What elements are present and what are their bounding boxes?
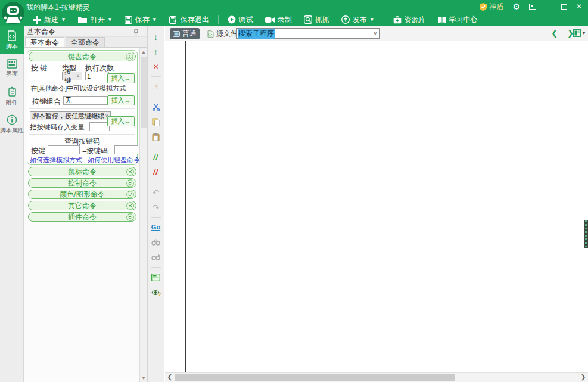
collapse-icon[interactable]	[126, 53, 133, 63]
tab-normal-view[interactable]: 普通	[170, 28, 200, 39]
goto-line-icon[interactable]: Go	[151, 222, 160, 232]
uncomment-icon[interactable]: //	[153, 167, 158, 177]
capture-button[interactable]: 抓抓	[299, 13, 334, 26]
query-code-label: =按键码	[82, 146, 108, 156]
find-next-icon[interactable]	[151, 252, 160, 262]
keyboard-section-header[interactable]: 键盘命令	[29, 52, 136, 61]
horizontal-scrollbar[interactable]: ❮ ❯	[165, 372, 588, 382]
layout-switch-button[interactable]: ▼	[573, 29, 586, 37]
delete-line-icon[interactable]: ✕	[153, 61, 158, 72]
tab-all-commands[interactable]: 全部命令	[66, 37, 105, 47]
learning-center-button[interactable]: 学习中心	[433, 13, 483, 26]
app-logo-icon	[1, 1, 25, 25]
count-input[interactable]	[85, 72, 109, 80]
new-button[interactable]: 新建▼	[29, 13, 71, 26]
section-mouse-commands[interactable]: 鼠标命令	[28, 167, 136, 176]
view-eye-icon[interactable]: ?	[151, 287, 161, 297]
subroutine-search-combobox[interactable]: 搜索子程序 ∨	[236, 28, 380, 39]
floppy-exit-icon	[169, 16, 178, 24]
caret-icon: ▼	[61, 17, 66, 23]
save-exit-button[interactable]: 保存退出	[164, 13, 214, 26]
title-bar: 我的脚本1-按键精灵 神盾 ⚙ — ✕ 新建▼	[0, 0, 588, 26]
sidebar-item-label: 界面	[6, 70, 18, 78]
tab-basic-commands[interactable]: 基本命令	[25, 37, 64, 47]
toolbar-divider	[218, 15, 219, 24]
sidebar-item-script[interactable]: 脚本	[0, 26, 24, 54]
move-up-icon[interactable]: ↑	[154, 46, 158, 57]
attachment-icon	[7, 86, 17, 97]
caret-icon: ▼	[369, 17, 375, 23]
sidebar-item-label: 附件	[6, 98, 18, 107]
section-color-graphics-commands[interactable]: 颜色/图形命令	[28, 190, 136, 199]
combobox-arrow-icon[interactable]: ∨	[373, 30, 377, 36]
code-area[interactable]	[165, 41, 588, 372]
form-window-icon[interactable]	[151, 272, 160, 282]
tab-source-view[interactable]: 源文件	[204, 28, 241, 39]
publish-button[interactable]: 发布▼	[337, 13, 379, 26]
panel-tabs: 基本命令 全部命令	[24, 37, 147, 48]
pause-mode-select[interactable]: 脚本暂停，按任意键继续∨	[30, 111, 111, 120]
select-arrow-icon: ∨	[76, 73, 80, 79]
sidebar-item-interface[interactable]: 界面	[0, 54, 24, 82]
hscroll-left-icon[interactable]: ❮	[166, 374, 174, 380]
key-type-select[interactable]: 按键∨	[62, 72, 82, 80]
close-button[interactable]: ✕	[576, 3, 582, 10]
debug-button[interactable]: 调试	[223, 13, 258, 26]
toolbar-divider	[384, 15, 384, 24]
script-icon	[7, 30, 17, 41]
redo-icon[interactable]: ↷	[153, 202, 160, 212]
panel-scrollbar[interactable]: ▲ ▼	[139, 48, 147, 382]
section-plugin-commands[interactable]: 插件命令	[28, 212, 136, 222]
find-icon[interactable]	[151, 237, 160, 247]
resource-library-button[interactable]: 资源库	[388, 13, 431, 26]
record-button[interactable]: 录制	[260, 13, 297, 26]
minimize-button[interactable]: —	[545, 3, 552, 10]
divider	[29, 94, 135, 94]
sidebar-item-attachment[interactable]: 附件	[0, 82, 24, 110]
insert-combo-button[interactable]: 插入→	[107, 95, 135, 105]
layout-grid-icon	[573, 29, 581, 37]
svg-text:?: ?	[158, 291, 161, 296]
comment-icon[interactable]: //	[153, 152, 158, 162]
boss-key-icon[interactable]	[529, 4, 536, 10]
key-input[interactable]	[30, 72, 58, 80]
caret-icon: ▼	[152, 17, 157, 23]
hscroll-thumb[interactable]	[175, 374, 455, 381]
sidebar-item-properties[interactable]: 脚本属性	[0, 110, 24, 138]
gutter-margin-line	[185, 41, 186, 372]
query-key-input[interactable]	[48, 145, 80, 154]
maximize-button[interactable]	[561, 4, 567, 10]
divider	[29, 134, 135, 135]
section-other-commands[interactable]: 其它命令	[28, 201, 136, 210]
query-code-input[interactable]	[114, 145, 138, 154]
shield-badge[interactable]: 神盾	[480, 2, 503, 12]
insert-key-button[interactable]: 插入→	[107, 73, 135, 83]
insert-pause-button[interactable]: 插入→	[107, 116, 135, 126]
folder-icon	[78, 16, 88, 24]
video-camera-icon	[265, 17, 275, 23]
undo-icon[interactable]: ↶	[153, 187, 160, 197]
scroll-down-icon[interactable]: ▼	[140, 375, 147, 381]
paste-icon[interactable]	[152, 132, 160, 142]
combo-input[interactable]	[63, 96, 110, 105]
divider	[151, 182, 161, 182]
save-button[interactable]: 保存▼	[120, 13, 162, 26]
expand-icon	[126, 213, 134, 223]
right-panel-handle[interactable]	[584, 220, 588, 248]
link-choose-simulation[interactable]: 如何选择模拟方式	[30, 156, 82, 164]
divider	[151, 97, 161, 97]
scroll-up-icon[interactable]: ▲	[140, 49, 147, 55]
section-control-commands[interactable]: 控制命令	[28, 178, 136, 188]
scrollbar-thumb[interactable]	[141, 57, 147, 128]
move-down-icon[interactable]: ↓	[154, 32, 158, 42]
copy-icon[interactable]	[152, 117, 160, 127]
hscroll-right-icon[interactable]: ❯	[579, 374, 587, 380]
cut-icon[interactable]	[152, 102, 160, 112]
store-variable-input[interactable]	[89, 122, 110, 131]
open-button[interactable]: 打开▼	[73, 13, 117, 26]
hand-select-icon[interactable]: ☝	[154, 82, 158, 92]
nav-prev-icon[interactable]: ❮	[551, 29, 558, 38]
link-use-keyboard[interactable]: 如何使用键盘命令	[88, 156, 140, 164]
source-file-icon	[207, 30, 214, 38]
settings-gear-icon[interactable]: ⚙	[512, 2, 520, 11]
